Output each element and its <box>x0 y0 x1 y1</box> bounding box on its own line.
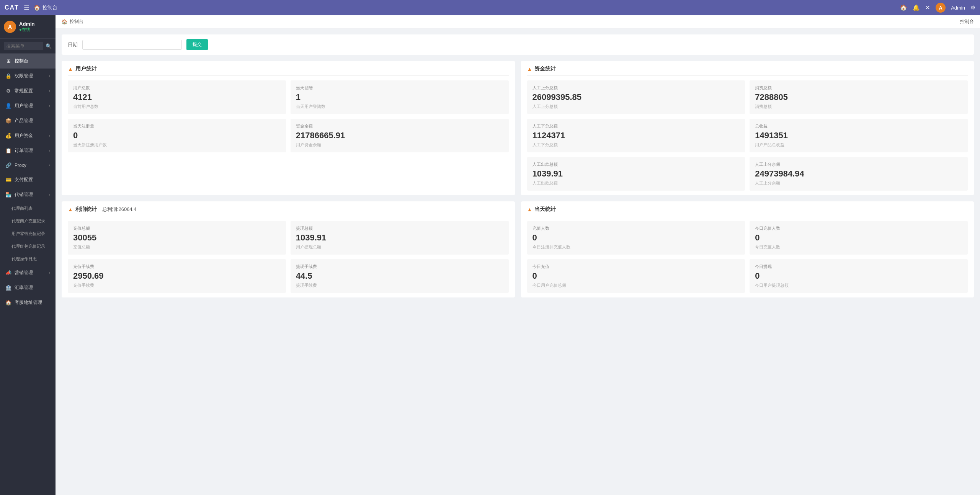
home-icon-btn[interactable]: 🏠 <box>900 4 907 11</box>
today-stats-grid: 充值人数 0 今日注册并充值人数 今日充值人数 0 今日充值人数 今日充值 0 <box>527 221 968 293</box>
user-card-balance: 资金余额 21786665.91 用户资金余额 <box>291 119 509 152</box>
sidebar-item-config[interactable]: ⚙ 常规配置 › <box>0 83 56 98</box>
sub-item-agent-log[interactable]: 代理操作日志 <box>0 253 56 265</box>
sub-header: 🏠 控制台 控制台 <box>56 15 980 28</box>
card-sublabel: 用户提现总额 <box>296 244 503 250</box>
card-value: 24973984.94 <box>755 169 962 179</box>
user-stats-section: ▲ 用户统计 用户总数 4121 当前用户总数 当天登陆 1 当天用户登陆数 <box>62 61 515 195</box>
sidebar-item-proxy[interactable]: 🔗 Proxy › <box>0 158 56 172</box>
card-label: 提现手续费 <box>296 264 503 270</box>
sidebar-label-products: 产品管理 <box>15 118 33 124</box>
card-sublabel: 人工出款总额 <box>532 180 740 186</box>
sidebar-item-exchange[interactable]: 🏦 汇率管理 <box>0 280 56 295</box>
sidebar-item-userfunds[interactable]: 💰 用户资金 › <box>0 128 56 143</box>
card-label: 当天注册量 <box>73 123 281 129</box>
service-icon: 🏠 <box>5 300 11 305</box>
user-status: ●在线 <box>19 27 34 33</box>
user-card-register: 当天注册量 0 当天新注册用户数 <box>68 119 286 152</box>
user-stats-header: ▲ 用户统计 <box>68 65 509 76</box>
card-label: 充值总额 <box>73 225 281 231</box>
sidebar-item-permissions[interactable]: 🔒 权限管理 › <box>0 69 56 83</box>
card-value: 2950.69 <box>73 271 281 281</box>
profit-stats-title: 利润统计 <box>75 206 97 213</box>
sidebar-item-products[interactable]: 📦 产品管理 <box>0 113 56 128</box>
sidebar-item-orders[interactable]: 📋 订单管理 › <box>0 143 56 158</box>
sidebar-label-payment: 支付配置 <box>15 176 33 183</box>
header-left: CAT ☰ 🏠 控制台 <box>5 4 57 11</box>
card-label: 消费总额 <box>755 85 962 91</box>
card-label: 充值人数 <box>532 225 740 231</box>
arrow-icon6: › <box>49 163 50 167</box>
layout: A Admin ●在线 🔍 ⊞ 控制台 🔒 权限管理 › <box>0 15 980 495</box>
card-sublabel: 消费总额 <box>755 104 962 109</box>
order-icon: 📋 <box>5 148 11 154</box>
card-value: 1491351 <box>755 131 962 140</box>
card-value: 1124371 <box>532 131 740 140</box>
sub-item-user-recharge[interactable]: 用户零钱充值记录 <box>0 227 56 240</box>
sidebar-item-dashboard[interactable]: ⊞ 控制台 <box>0 54 56 69</box>
hamburger-button[interactable]: ☰ <box>24 4 29 11</box>
card-label: 总收益 <box>755 123 962 129</box>
sidebar-item-service[interactable]: 🏠 客服地址管理 <box>0 295 56 310</box>
sidebar-item-users[interactable]: 👤 用户管理 › <box>0 98 56 113</box>
card-sublabel: 当天新注册用户数 <box>73 142 281 148</box>
filter-bar: 日期 提交 <box>62 34 974 55</box>
card-sublabel: 当天用户登陆数 <box>296 104 503 109</box>
arrow-icon4: › <box>49 134 50 138</box>
card-sublabel: 提现手续费 <box>296 283 503 288</box>
profit-card-withdraw-total: 提现总额 1039.91 用户提现总额 <box>291 221 509 255</box>
card-sublabel: 充值手续费 <box>73 283 281 288</box>
app-title: CAT <box>5 4 19 11</box>
arrow-icon: › <box>49 74 50 78</box>
submit-button[interactable]: 提交 <box>186 39 208 50</box>
card-label: 用户总数 <box>73 85 281 91</box>
card-label: 充值手续费 <box>73 264 281 270</box>
reseller-icon: 🏪 <box>5 192 11 198</box>
sub-breadcrumb: 🏠 控制台 <box>62 18 83 25</box>
card-sublabel: 当前用户总数 <box>73 104 281 109</box>
card-label: 当天登陆 <box>296 85 503 91</box>
sidebar-label-config: 常规配置 <box>15 88 33 94</box>
config-icon: ⚙ <box>5 88 11 94</box>
sub-item-agent-recharge[interactable]: 代理商户充值记录 <box>0 215 56 227</box>
admin-name: Admin <box>951 5 965 11</box>
bell-icon-btn[interactable]: 🔔 <box>913 4 920 11</box>
exchange-icon: 🏦 <box>5 285 11 291</box>
today-card-recharge-users: 充值人数 0 今日注册并充值人数 <box>527 221 745 255</box>
warning-icon: ▲ <box>68 66 73 72</box>
card-label: 今日充值人数 <box>755 225 962 231</box>
sidebar-item-reseller[interactable]: 🏪 代销管理 › <box>0 187 56 202</box>
sub-item-agent-redpacket[interactable]: 代理红包充值记录 <box>0 240 56 253</box>
fund-card-manual-balance: 人工上分余额 24973984.94 人工上分余额 <box>750 157 968 191</box>
sub-item-agent-list[interactable]: 代理商列表 <box>0 202 56 215</box>
stats-row-1: ▲ 用户统计 用户总数 4121 当前用户总数 当天登陆 1 当天用户登陆数 <box>62 61 974 195</box>
card-label: 资金余额 <box>296 123 503 129</box>
settings-icon-btn[interactable]: ⚙ <box>970 4 975 11</box>
sidebar-item-marketing[interactable]: 📣 营销管理 › <box>0 265 56 280</box>
card-value: 7288805 <box>755 92 962 102</box>
sidebar-label-users: 用户管理 <box>15 103 33 109</box>
sub-breadcrumb-text: 控制台 <box>70 18 83 25</box>
sidebar-user: A Admin ●在线 <box>0 15 56 39</box>
user-avatar: A <box>4 21 16 33</box>
card-label: 今日提现 <box>755 264 962 270</box>
page-title: 控制台 <box>960 18 974 25</box>
sidebar-label-orders: 订单管理 <box>15 147 33 154</box>
close-icon-btn[interactable]: ✕ <box>925 4 930 11</box>
card-value: 0 <box>755 233 962 243</box>
date-input[interactable] <box>82 40 182 50</box>
search-input[interactable] <box>4 42 43 50</box>
profit-card-recharge-total: 充值总额 30055 充值总额 <box>68 221 286 255</box>
warning-icon4: ▲ <box>527 206 532 212</box>
today-stats-title: 当天统计 <box>534 206 556 213</box>
profit-stats-grid: 充值总额 30055 充值总额 提现总额 1039.91 用户提现总额 充值手续… <box>68 221 509 293</box>
sidebar-item-payment[interactable]: 💳 支付配置 <box>0 172 56 187</box>
arrow-icon3: › <box>49 104 50 108</box>
card-value: 21786665.91 <box>296 131 503 140</box>
search-icon: 🔍 <box>46 43 52 49</box>
home-icon: 🏠 <box>34 5 40 11</box>
card-label: 人工下分总额 <box>532 123 740 129</box>
today-card-today-recharge: 今日充值 0 今日用户充值总额 <box>527 259 745 293</box>
sidebar-label-userfunds: 用户资金 <box>15 132 33 139</box>
card-sublabel: 今日用户提现总额 <box>755 283 962 288</box>
